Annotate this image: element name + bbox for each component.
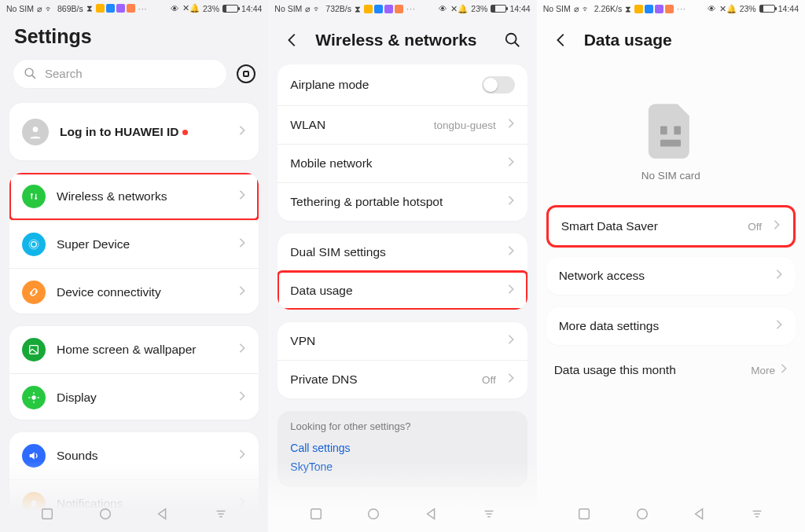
meter-icon[interactable] xyxy=(237,64,255,83)
login-row[interactable]: Log in to HUAWEI ID xyxy=(9,103,259,160)
wireless-icon xyxy=(22,185,46,208)
screen-data-usage: No SIM⌀ᯤ 2.26K/s ⧗ ··· 👁✕🔔 23% 14:44 Dat… xyxy=(537,0,805,532)
row-tethering[interactable]: Tethering & portable hotspot xyxy=(278,182,527,221)
status-bar: No SIM⌀ᯤ 2.26K/s ⧗ ··· 👁✕🔔 23% 14:44 xyxy=(537,0,805,17)
avatar-icon xyxy=(22,119,49,145)
svg-rect-19 xyxy=(660,140,681,147)
row-home-wallpaper[interactable]: Home screen & wallpaper xyxy=(9,326,259,373)
row-data-usage-month[interactable]: Data usage this month More xyxy=(537,351,805,389)
row-vpn[interactable]: VPN xyxy=(278,322,527,360)
screen-settings: No SIM⌀ᯤ 869B/s ⧗ ··· 👁 ✕🔔 23% 14:44 Set… xyxy=(0,0,268,532)
hourglass-icon: ⧗ xyxy=(86,3,93,13)
settings-suggestions: Looking for other settings? Call setting… xyxy=(278,411,527,487)
suggestion-label: Looking for other settings? xyxy=(290,420,514,432)
screen-wireless-networks: No SIM⌀ᯤ 732B/s ⧗ ··· 👁✕🔔 23% 14:44 Wire… xyxy=(268,0,536,532)
svg-point-12 xyxy=(31,395,35,399)
connectivity-icon xyxy=(22,281,46,304)
system-nav-bar xyxy=(0,496,268,532)
nav-recent-button[interactable] xyxy=(37,504,57,524)
row-wlan[interactable]: WLAN tongbu-guest xyxy=(278,105,527,144)
row-data-usage[interactable]: Data usage xyxy=(278,271,527,310)
row-super-device[interactable]: Super Device xyxy=(9,220,259,268)
nav-back-button[interactable] xyxy=(689,504,710,524)
page-title: Settings xyxy=(0,17,268,51)
system-nav-bar xyxy=(537,496,805,532)
nav-recent-button[interactable] xyxy=(306,504,326,524)
link-call-settings[interactable]: Call settings xyxy=(290,438,514,457)
nav-stack-button[interactable] xyxy=(747,504,767,524)
airplane-toggle[interactable] xyxy=(482,76,515,94)
sounds-icon xyxy=(22,444,46,468)
nav-home-button[interactable] xyxy=(363,504,384,524)
nav-home-button[interactable] xyxy=(95,504,116,524)
status-bar: No SIM⌀ᯤ 869B/s ⧗ ··· 👁 ✕🔔 23% 14:44 xyxy=(0,0,268,17)
system-nav-bar xyxy=(268,496,536,532)
row-network-access[interactable]: Network access xyxy=(546,257,796,295)
row-display[interactable]: Display xyxy=(9,373,259,420)
page-title: Data usage xyxy=(584,31,672,50)
back-button[interactable] xyxy=(550,28,573,52)
chevron-right-icon xyxy=(238,125,246,139)
svg-point-9 xyxy=(31,241,37,247)
link-skytone[interactable]: SkyTone xyxy=(290,457,514,476)
row-more-data-settings[interactable]: More data settings xyxy=(546,307,796,345)
search-input[interactable]: Search xyxy=(13,59,227,89)
alert-dot-icon xyxy=(182,130,188,135)
status-app-icons xyxy=(96,4,135,13)
row-wireless-networks[interactable]: Wireless & networks xyxy=(9,173,259,220)
row-smart-data-saver[interactable]: Smart Data Saver Off xyxy=(549,207,793,245)
nav-stack-button[interactable] xyxy=(211,504,231,524)
status-bar: No SIM⌀ᯤ 732B/s ⧗ ··· 👁✕🔔 23% 14:44 xyxy=(268,0,536,17)
row-device-connectivity[interactable]: Device connectivity xyxy=(9,268,259,314)
nav-home-button[interactable] xyxy=(632,504,652,524)
svg-rect-18 xyxy=(675,127,682,135)
row-private-dns[interactable]: Private DNS Off xyxy=(278,360,527,398)
wallpaper-icon xyxy=(22,338,46,361)
nav-back-button[interactable] xyxy=(421,504,442,524)
svg-rect-17 xyxy=(660,127,667,135)
row-sounds[interactable]: Sounds xyxy=(9,432,259,479)
super-device-icon xyxy=(22,233,46,256)
row-dual-sim[interactable]: Dual SIM settings xyxy=(278,233,527,271)
row-airplane-mode[interactable]: Airplane mode xyxy=(278,64,527,105)
nav-back-button[interactable] xyxy=(153,504,173,524)
search-icon xyxy=(24,67,37,80)
nav-stack-button[interactable] xyxy=(479,504,499,524)
no-sim-label: No SIM card xyxy=(641,170,700,182)
svg-point-10 xyxy=(29,240,39,249)
row-mobile-network[interactable]: Mobile network xyxy=(278,144,527,182)
eye-icon: 👁 xyxy=(171,4,179,13)
page-title: Wireless & networks xyxy=(315,31,476,50)
back-button[interactable] xyxy=(281,28,304,52)
display-icon xyxy=(22,386,46,409)
nav-recent-button[interactable] xyxy=(574,504,594,524)
battery-icon xyxy=(222,5,238,13)
search-button[interactable] xyxy=(501,28,524,52)
chevron-right-icon xyxy=(780,363,788,377)
mute-icon: ✕🔔 xyxy=(182,3,200,13)
no-sim-graphic: No SIM card xyxy=(537,58,805,202)
svg-point-8 xyxy=(33,127,39,132)
